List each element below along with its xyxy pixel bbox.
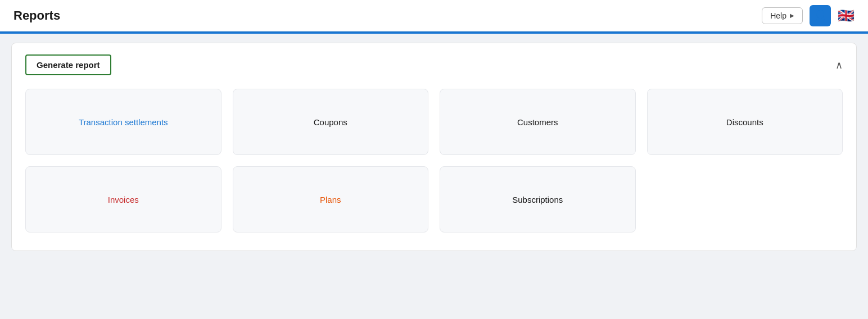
report-card-label-invoices: Invoices xyxy=(108,195,139,204)
report-card-invoices[interactable]: Invoices xyxy=(25,166,221,233)
report-card-label-customers: Customers xyxy=(517,117,558,127)
report-card-label-subscriptions: Subscriptions xyxy=(512,195,563,204)
report-card-label-transaction-settlements: Transaction settlements xyxy=(79,117,168,127)
header: Reports Help ▶ 👤 🇬🇧 xyxy=(0,0,868,31)
generate-report-label: Generate report xyxy=(37,60,100,70)
user-icon: 👤 xyxy=(814,10,826,22)
language-flag-button[interactable]: 🇬🇧 xyxy=(838,8,855,24)
main-content: Generate report ∧ Transaction settlement… xyxy=(0,34,868,260)
report-card-transaction-settlements[interactable]: Transaction settlements xyxy=(25,89,221,155)
report-card-discounts[interactable]: Discounts xyxy=(647,89,843,155)
page-title: Reports xyxy=(13,8,60,23)
card-header: Generate report ∧ xyxy=(25,54,843,75)
reports-card: Generate report ∧ Transaction settlement… xyxy=(11,43,857,251)
report-card-plans[interactable]: Plans xyxy=(233,166,429,233)
report-card-label-discounts: Discounts xyxy=(726,117,763,127)
report-grid-row2: InvoicesPlansSubscriptions xyxy=(25,166,843,233)
help-label: Help xyxy=(770,11,786,20)
report-card-subscriptions[interactable]: Subscriptions xyxy=(440,166,636,233)
play-icon: ▶ xyxy=(790,12,794,19)
header-actions: Help ▶ 👤 🇬🇧 xyxy=(762,5,855,26)
report-grid-row1: Transaction settlementsCouponsCustomersD… xyxy=(25,89,843,155)
collapse-icon: ∧ xyxy=(835,60,843,71)
report-card-coupons[interactable]: Coupons xyxy=(233,89,429,155)
report-card-label-plans: Plans xyxy=(320,195,341,204)
collapse-button[interactable]: ∧ xyxy=(835,59,843,71)
help-button[interactable]: Help ▶ xyxy=(762,7,803,24)
generate-report-button[interactable]: Generate report xyxy=(25,54,111,75)
flag-icon: 🇬🇧 xyxy=(838,8,855,24)
report-card-label-coupons: Coupons xyxy=(314,117,347,127)
report-card-empty xyxy=(647,166,843,233)
user-avatar-button[interactable]: 👤 xyxy=(810,5,831,26)
report-card-customers[interactable]: Customers xyxy=(440,89,636,155)
